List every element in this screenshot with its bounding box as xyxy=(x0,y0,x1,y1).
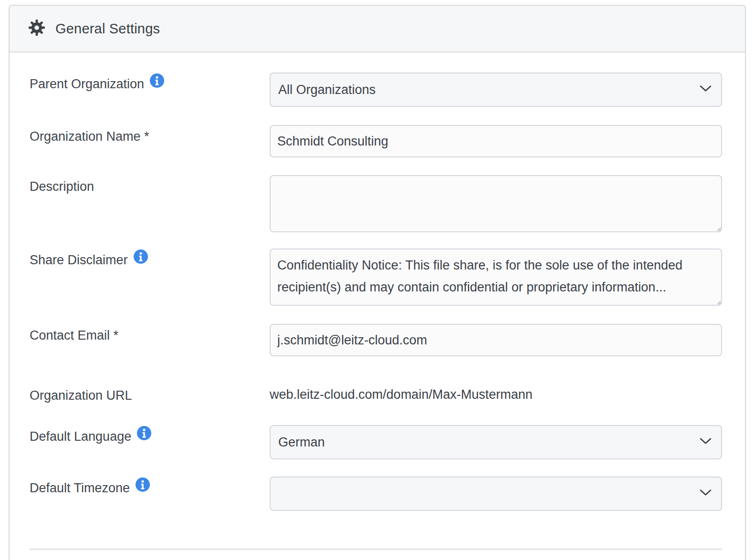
gear-icon xyxy=(29,20,45,38)
share-disclaimer-textarea[interactable]: Confidentiality Notice: This file share,… xyxy=(270,249,722,306)
default-language-select[interactable]: German xyxy=(270,425,722,459)
chevron-down-icon xyxy=(700,489,712,498)
default-timezone-label: Default Timezone xyxy=(30,479,130,497)
organization-url-value: web.leitz-cloud.com/domain/Max-Musterman… xyxy=(270,384,722,405)
contact-email-input[interactable] xyxy=(270,324,722,356)
parent-organization-selected-value: All Organizations xyxy=(278,83,376,97)
panel-header: General Settings xyxy=(10,6,745,52)
organization-url-label: Organization URL xyxy=(30,387,132,404)
parent-organization-select[interactable]: All Organizations xyxy=(270,73,722,107)
default-language-label: Default Language xyxy=(30,428,131,445)
panel-body: Parent Organization All Organizations xyxy=(10,52,745,550)
general-settings-panel: General Settings Parent Organization All… xyxy=(9,5,746,560)
default-timezone-select[interactable] xyxy=(270,477,722,511)
field-row-organization-url: Organization URL web.leitz-cloud.com/dom… xyxy=(30,384,722,405)
default-language-selected-value: German xyxy=(278,435,325,450)
next-section-area xyxy=(10,550,745,560)
chevron-down-icon xyxy=(700,438,712,447)
info-icon[interactable] xyxy=(134,249,148,266)
share-disclaimer-label: Share Disclaimer xyxy=(30,251,128,269)
description-label: Description xyxy=(30,178,94,195)
field-row-organization-name: Organization Name * xyxy=(30,125,722,157)
field-row-default-timezone: Default Timezone xyxy=(30,477,722,511)
info-icon[interactable] xyxy=(136,477,150,494)
parent-organization-label: Parent Organization xyxy=(30,75,144,93)
organization-name-input[interactable] xyxy=(270,125,722,157)
chevron-down-icon xyxy=(700,85,712,94)
contact-email-label: Contact Email * xyxy=(30,327,118,344)
info-icon[interactable] xyxy=(150,73,164,90)
field-row-contact-email: Contact Email * xyxy=(30,324,722,356)
field-row-description: Description xyxy=(30,175,722,232)
organization-name-label: Organization Name * xyxy=(30,128,149,145)
field-row-share-disclaimer: Share Disclaimer Confidentiality Notice:… xyxy=(30,249,722,306)
panel-title: General Settings xyxy=(55,21,160,37)
field-row-default-language: Default Language German xyxy=(30,425,722,459)
field-row-parent-organization: Parent Organization All Organizations xyxy=(30,73,722,107)
info-icon[interactable] xyxy=(137,426,151,442)
description-textarea[interactable] xyxy=(270,175,722,232)
